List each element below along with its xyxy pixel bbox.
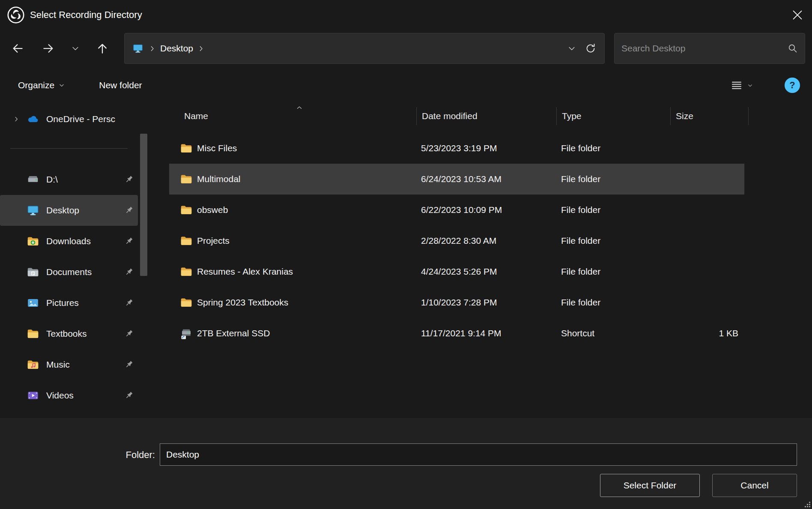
file-row-external-ssd[interactable]: 2TB External SSD 11/17/2021 9:14 PM Shor…: [169, 318, 744, 349]
videos-icon: [27, 389, 39, 402]
column-header-name[interactable]: Name: [154, 104, 417, 129]
navigation-sidebar: OneDrive - Persc D:\: [0, 104, 154, 417]
chevron-down-icon: [747, 83, 753, 88]
organize-button[interactable]: Organize: [12, 76, 71, 95]
breadcrumb-chevron-icon: [197, 45, 205, 52]
details-view-icon: [730, 79, 743, 92]
file-row-obsweb[interactable]: obsweb 6/22/2023 10:09 PM File folder: [169, 195, 744, 225]
view-options-button[interactable]: [724, 75, 759, 96]
forward-button[interactable]: [36, 36, 61, 61]
command-toolbar: Organize New folder: [0, 67, 812, 104]
file-type: File folder: [557, 205, 671, 215]
sidebar-item-desktop[interactable]: Desktop: [0, 195, 138, 226]
address-dropdown-button[interactable]: [562, 36, 581, 61]
file-name: 2TB External SSD: [197, 328, 270, 338]
folder-icon: [180, 173, 193, 186]
column-header-type[interactable]: Type: [557, 104, 671, 129]
file-type: File folder: [557, 297, 671, 308]
file-row-spring-textbooks[interactable]: Spring 2023 Textbooks 1/10/2023 7:28 PM …: [169, 287, 744, 318]
sidebar-divider: [10, 148, 128, 149]
column-header-empty: [749, 104, 812, 129]
folder-icon: [180, 296, 193, 309]
pin-icon: [123, 236, 134, 247]
select-folder-button[interactable]: Select Folder: [600, 474, 700, 497]
downloads-folder-icon: [27, 235, 39, 248]
sidebar-item-downloads[interactable]: Downloads: [0, 226, 138, 257]
resize-grip[interactable]: [803, 500, 810, 507]
documents-folder-icon: [27, 266, 39, 278]
file-type: Shortcut: [557, 328, 671, 338]
file-row-misc-files[interactable]: Misc Files 5/23/2023 3:19 PM File folder: [169, 133, 744, 164]
file-name: obsweb: [197, 205, 228, 215]
help-question-icon: ?: [789, 80, 795, 91]
file-date: 1/10/2023 7:28 PM: [417, 297, 557, 308]
file-row-resumes[interactable]: Resumes - Alex Kranias 4/24/2023 5:26 PM…: [169, 256, 744, 287]
folder-label: Folder:: [0, 449, 155, 461]
pin-icon: [123, 205, 134, 216]
pin-icon: [123, 266, 134, 278]
file-name: Spring 2023 Textbooks: [197, 297, 288, 308]
chevron-right-icon[interactable]: [6, 116, 27, 123]
search-box: [614, 33, 805, 64]
file-date: 6/24/2023 10:53 AM: [417, 174, 557, 184]
folder-icon: [27, 327, 39, 340]
column-header-size[interactable]: Size: [671, 104, 749, 129]
sidebar-item-textbooks[interactable]: Textbooks: [0, 318, 138, 349]
file-date: 6/22/2023 10:09 PM: [417, 205, 557, 215]
sidebar-item-d-drive[interactable]: D:\: [0, 164, 138, 195]
sidebar-item-label: Pictures: [46, 298, 123, 308]
folder-icon: [180, 142, 193, 155]
pin-icon: [123, 390, 134, 401]
sidebar-scrollbar: [140, 105, 147, 415]
desktop-icon: [131, 42, 144, 55]
help-button[interactable]: ?: [785, 78, 800, 93]
drive-icon: [27, 173, 39, 186]
column-header-date-modified[interactable]: Date modified: [417, 104, 557, 129]
folder-name-input[interactable]: [160, 443, 797, 466]
forward-arrow-icon: [42, 42, 55, 55]
sidebar-item-documents[interactable]: Documents: [0, 257, 138, 287]
up-arrow-icon: [96, 42, 109, 55]
search-input[interactable]: [621, 43, 788, 54]
desktop-icon: [27, 204, 39, 217]
address-bar[interactable]: Desktop: [124, 33, 605, 64]
up-button[interactable]: [90, 36, 115, 61]
file-row-multimodal[interactable]: Multimodal 6/24/2023 10:53 AM File folde…: [169, 164, 744, 195]
toolbar-right-group: ?: [724, 75, 800, 96]
onedrive-icon: [27, 113, 39, 126]
file-name: Multimodal: [197, 174, 241, 184]
organize-label: Organize: [18, 80, 54, 90]
file-date: 2/28/2022 8:30 AM: [417, 236, 557, 246]
folder-icon: [180, 265, 193, 278]
select-recording-directory-dialog: Select Recording Directory: [0, 0, 812, 509]
file-date: 5/23/2023 3:19 PM: [417, 143, 557, 153]
recent-locations-button[interactable]: [67, 36, 84, 61]
file-row-projects[interactable]: Projects 2/28/2022 8:30 AM File folder: [169, 225, 744, 256]
sidebar-item-pictures[interactable]: Pictures: [0, 287, 138, 318]
sidebar-item-onedrive[interactable]: OneDrive - Persc: [0, 104, 138, 135]
folder-icon: [180, 204, 193, 216]
new-folder-button[interactable]: New folder: [93, 76, 148, 95]
back-button[interactable]: [5, 36, 30, 61]
sidebar-item-label: Textbooks: [46, 329, 123, 339]
file-type: File folder: [557, 143, 671, 153]
pictures-icon: [27, 296, 39, 309]
scrollbar-thumb[interactable]: [140, 134, 147, 276]
cancel-button[interactable]: Cancel: [712, 474, 797, 497]
pin-icon: [123, 359, 134, 370]
sidebar-item-label: Music: [46, 359, 123, 370]
sidebar-item-music[interactable]: Music: [0, 349, 138, 380]
file-type: File folder: [557, 266, 671, 277]
sidebar-item-videos[interactable]: Videos: [0, 380, 138, 411]
dialog-content: OneDrive - Persc D:\: [0, 104, 812, 417]
search-icon: [788, 43, 798, 54]
refresh-button[interactable]: [581, 36, 600, 61]
new-folder-label: New folder: [99, 80, 142, 90]
file-name: Resumes - Alex Kranias: [197, 266, 293, 277]
chevron-down-icon: [59, 82, 65, 88]
file-name: Misc Files: [197, 143, 237, 153]
breadcrumb-item-desktop[interactable]: Desktop: [160, 43, 193, 54]
sidebar-item-label: D:\: [46, 174, 123, 185]
close-button[interactable]: [783, 0, 812, 30]
sidebar-item-label: OneDrive - Persc: [46, 114, 138, 124]
